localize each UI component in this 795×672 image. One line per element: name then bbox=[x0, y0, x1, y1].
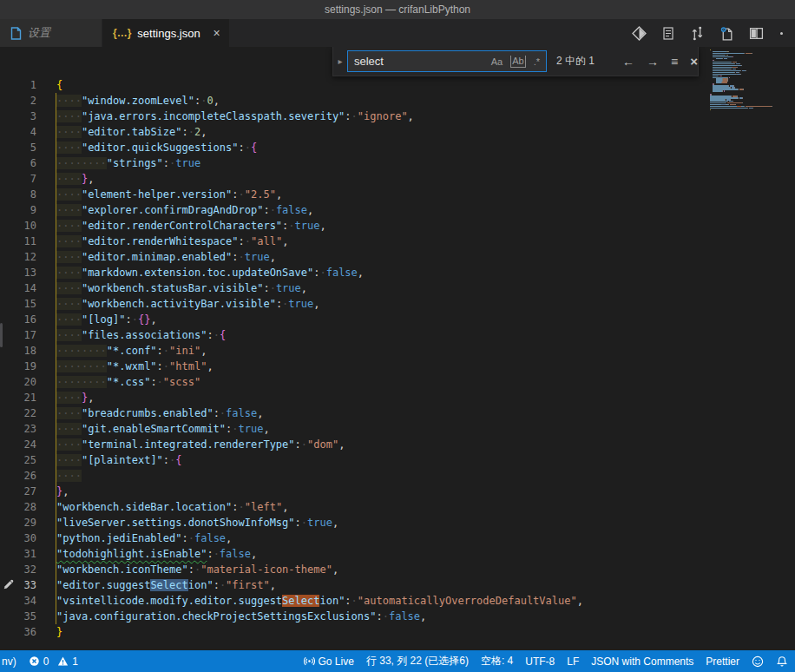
line-number[interactable]: 9 bbox=[0, 202, 36, 218]
code-line[interactable]: 30"python.jediEnabled":·false, bbox=[0, 530, 712, 546]
code-line[interactable]: 1{ bbox=[0, 77, 712, 93]
code-line[interactable]: 35"java.configuration.checkProjectSettin… bbox=[0, 609, 712, 624]
code-line[interactable]: 6········"strings":·true bbox=[0, 155, 712, 171]
code-line[interactable]: 20········"*.css":·"scss" bbox=[0, 374, 712, 390]
code-line[interactable]: 19········"*.wxml":·"html", bbox=[0, 359, 712, 374]
more-actions-icon[interactable] bbox=[780, 32, 783, 35]
line-number[interactable]: 6 bbox=[0, 155, 36, 171]
match-case-toggle[interactable]: Aa bbox=[491, 56, 503, 67]
close-find-button[interactable]: × bbox=[690, 54, 698, 69]
problems-indicator[interactable]: 0 1 bbox=[29, 656, 78, 668]
code-line[interactable]: 24····"terminal.integrated.rendererType"… bbox=[0, 437, 712, 452]
line-number[interactable]: 19 bbox=[0, 359, 36, 374]
code-line[interactable]: 34"vsintellicode.modify.editor.suggestSe… bbox=[0, 593, 712, 609]
code-line[interactable]: 10····"editor.renderControlCharacters":·… bbox=[0, 218, 712, 234]
code-line[interactable]: 9····"explorer.confirmDragAndDrop":·fals… bbox=[0, 202, 712, 218]
cursor-position[interactable]: 行 33, 列 22 (已选择6) bbox=[366, 654, 469, 669]
code-line[interactable]: 8····"element-helper.version":·"2.5", bbox=[0, 187, 712, 202]
compare-changes-icon[interactable] bbox=[690, 26, 705, 41]
line-number[interactable]: 31 bbox=[0, 546, 36, 562]
indentation-indicator[interactable]: 空格: 4 bbox=[481, 654, 513, 669]
code-line[interactable]: 11····"editor.renderWhitespace":·"all", bbox=[0, 234, 712, 249]
line-number[interactable]: 2 bbox=[0, 93, 36, 109]
line-number[interactable]: 4 bbox=[0, 124, 36, 140]
code-line[interactable]: 7····}, bbox=[0, 171, 712, 187]
line-number[interactable]: 32 bbox=[0, 562, 36, 577]
line-number[interactable]: 36 bbox=[0, 624, 36, 640]
whole-word-toggle[interactable]: Ab bbox=[510, 56, 525, 68]
find-toggle-replace-chevron-icon[interactable]: ▸ bbox=[333, 56, 347, 66]
line-number[interactable]: 13 bbox=[0, 265, 36, 280]
line-number[interactable]: 5 bbox=[0, 140, 36, 155]
line-number[interactable]: 30 bbox=[0, 530, 36, 546]
code-line[interactable]: 16····"[log]":·{}, bbox=[0, 312, 712, 327]
open-settings-ui-icon[interactable] bbox=[719, 26, 734, 41]
encoding-indicator[interactable]: UTF-8 bbox=[525, 656, 555, 668]
line-number[interactable]: 10 bbox=[0, 218, 36, 234]
code-line[interactable]: 23····"git.enableSmartCommit":·true, bbox=[0, 421, 712, 437]
line-number[interactable]: 27 bbox=[0, 484, 36, 499]
line-number[interactable]: 18 bbox=[0, 343, 36, 359]
line-number[interactable]: 1 bbox=[0, 77, 36, 93]
line-number[interactable]: 8 bbox=[0, 187, 36, 202]
find-in-selection-button[interactable]: ≡ bbox=[671, 55, 678, 69]
line-number[interactable]: 34 bbox=[0, 593, 36, 609]
code-line[interactable]: 33"editor.suggestSelection":·"first", bbox=[0, 577, 712, 593]
feedback-smiley-icon[interactable] bbox=[752, 656, 764, 668]
regex-toggle[interactable]: .* bbox=[534, 56, 540, 67]
minimap[interactable] bbox=[710, 49, 792, 164]
line-number[interactable]: 3 bbox=[0, 109, 36, 124]
code-line[interactable]: 4····"editor.tabSize":·2, bbox=[0, 124, 712, 140]
line-number[interactable]: 20 bbox=[0, 374, 36, 390]
code-line[interactable]: 21····}, bbox=[0, 390, 712, 405]
code-line[interactable]: 26···· bbox=[0, 468, 712, 484]
line-number[interactable]: 35 bbox=[0, 609, 36, 624]
line-number[interactable]: 29 bbox=[0, 515, 36, 530]
line-number[interactable]: 24 bbox=[0, 437, 36, 452]
tab-close-icon[interactable]: × bbox=[214, 26, 220, 40]
code-line[interactable]: 31"todohighlight.isEnable":·false, bbox=[0, 546, 712, 562]
tab-settings-json[interactable]: {…} settings.json × bbox=[102, 19, 229, 47]
language-mode-indicator[interactable]: JSON with Comments bbox=[591, 656, 693, 668]
code-line[interactable]: 13····"markdown.extension.toc.updateOnSa… bbox=[0, 265, 712, 280]
code-line[interactable]: 2····"window.zoomLevel":·0, bbox=[0, 93, 712, 109]
code-line[interactable]: 17····"files.associations":·{ bbox=[0, 327, 712, 343]
eol-indicator[interactable]: LF bbox=[567, 656, 579, 668]
numbered-document-icon[interactable] bbox=[661, 26, 675, 41]
code-line[interactable]: 25····"[plaintext]":·{ bbox=[0, 452, 712, 468]
code-line[interactable]: 29"liveServer.settings.donotShowInfoMsg"… bbox=[0, 515, 712, 530]
code-line[interactable]: 32"workbench.iconTheme":·"material-icon-… bbox=[0, 562, 712, 577]
python-env-indicator[interactable]: nv) bbox=[2, 656, 16, 668]
notifications-bell-icon[interactable] bbox=[776, 656, 788, 668]
code-line[interactable]: 36} bbox=[0, 624, 712, 640]
line-number[interactable]: 22 bbox=[0, 405, 36, 421]
line-number[interactable]: 7 bbox=[0, 171, 36, 187]
find-input[interactable] bbox=[348, 55, 485, 68]
code-line[interactable]: 22····"breadcrumbs.enabled":·false, bbox=[0, 405, 712, 421]
split-editor-icon[interactable] bbox=[749, 26, 764, 41]
code-line[interactable]: 3····"java.errors.incompleteClasspath.se… bbox=[0, 109, 712, 124]
next-match-button[interactable]: → bbox=[647, 55, 659, 69]
line-number[interactable]: 25 bbox=[0, 452, 36, 468]
code-editor[interactable]: 1{2····"window.zoomLevel":·0,3····"java.… bbox=[0, 47, 795, 650]
line-number[interactable]: 11 bbox=[0, 234, 36, 249]
code-line[interactable]: 14····"workbench.statusBar.visible":·tru… bbox=[0, 280, 712, 296]
code-line[interactable]: 27}, bbox=[0, 484, 712, 499]
code-line[interactable]: 28"workbench.sideBar.location":·"left", bbox=[0, 499, 712, 515]
line-number[interactable]: 14 bbox=[0, 280, 36, 296]
format-diamond-icon[interactable] bbox=[632, 26, 647, 41]
line-number[interactable]: 26 bbox=[0, 468, 36, 484]
previous-match-button[interactable]: ← bbox=[622, 55, 634, 69]
tab-settings-ui[interactable]: 设置 bbox=[0, 19, 102, 47]
formatter-indicator[interactable]: Prettier bbox=[706, 656, 739, 668]
line-number[interactable]: 17 bbox=[0, 327, 36, 343]
line-number[interactable]: 16 bbox=[0, 312, 36, 327]
edit-setting-pencil-icon[interactable] bbox=[3, 578, 15, 594]
line-number[interactable]: 12 bbox=[0, 249, 36, 265]
go-live-button[interactable]: Go Live bbox=[304, 656, 354, 668]
code-line[interactable]: 12····"editor.minimap.enabled":·true, bbox=[0, 249, 712, 265]
line-number[interactable]: 23 bbox=[0, 421, 36, 437]
code-line[interactable]: 18········"*.conf":·"ini", bbox=[0, 343, 712, 359]
code-line[interactable]: 5····"editor.quickSuggestions":·{ bbox=[0, 140, 712, 155]
line-number[interactable]: 21 bbox=[0, 390, 36, 405]
